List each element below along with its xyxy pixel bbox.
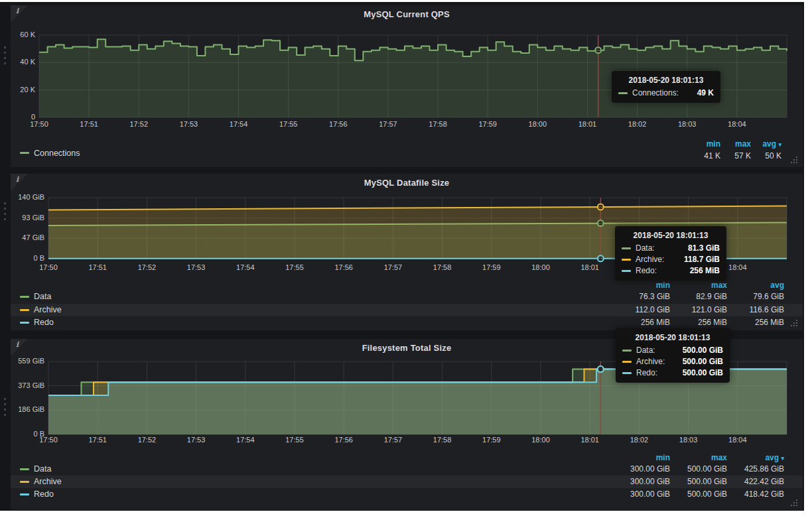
legend-item-data[interactable]: Data (20, 463, 51, 476)
y-tick-label: 47 GiB (11, 233, 44, 241)
stats-values: 256 MiB256 MiB256 MiB (613, 316, 784, 329)
series-color-dash (618, 92, 628, 94)
tooltip-timestamp: 2018-05-20 18:01:13 (622, 333, 723, 342)
panel-resize-handle[interactable] (796, 325, 797, 326)
stat-header-max[interactable]: max (720, 139, 751, 149)
x-tick-label: 17:51 (82, 436, 113, 444)
legend-row-data: Data 76.3 GiB82.9 GiB79.6 GiB (11, 291, 803, 303)
tooltip-value: 49 K (689, 88, 714, 98)
series-color-dash (622, 350, 632, 352)
tooltip-value: 500.00 GiB (675, 357, 723, 366)
stat-min-value: 256 MiB (613, 316, 670, 329)
tooltip-value: 500.00 GiB (675, 346, 723, 355)
x-tick-label: 17:59 (476, 436, 508, 444)
x-tick-label: 18:01 (574, 263, 606, 271)
tooltip-value: 256 MiB (682, 266, 720, 275)
stat-header-max[interactable]: max (670, 452, 727, 463)
stat-header-min[interactable]: min (613, 452, 670, 463)
series-color-dash (20, 322, 29, 324)
tooltip-series-label: Data: (636, 346, 655, 355)
stat-max-value: 82.9 GiB (670, 291, 727, 303)
stats-header-row: minmaxavg ▾ (690, 138, 781, 150)
tooltip-row: Redo: 256 MiB (622, 266, 720, 275)
x-tick-label: 17:50 (33, 263, 64, 271)
stat-max-value: 500.00 GiB (670, 476, 727, 488)
stats-header-row: minmaxavg ▾ (613, 452, 784, 462)
legend-item-connections[interactable]: Connections (20, 148, 80, 158)
legend-label: Redo (34, 488, 54, 501)
legend-item-data[interactable]: Data (20, 291, 51, 303)
tooltip-series-label: Redo: (636, 266, 657, 275)
panel-drag-handle[interactable] (4, 46, 6, 48)
x-tick-label: 17:56 (328, 436, 360, 444)
sort-caret-icon: ▾ (781, 455, 784, 462)
x-tick-label: 17:55 (279, 436, 310, 444)
x-tick-label: 17:53 (172, 120, 204, 128)
x-tick-label: 18:01 (574, 436, 606, 444)
stat-header-avg[interactable]: avg (727, 280, 784, 291)
stat-header-min[interactable]: min (690, 139, 720, 149)
chart-tooltip-datafile: 2018-05-20 18:01:13 Data: 81.3 GiB Archi… (615, 226, 726, 281)
tooltip-row: Data: 500.00 GiB (622, 346, 723, 355)
x-tick-label: 17:50 (23, 120, 55, 128)
x-tick-label: 17:53 (180, 263, 212, 271)
sort-caret-icon: ▾ (778, 141, 781, 148)
y-tick-label: 373 GiB (11, 381, 44, 389)
legend-item-redo[interactable]: Redo (20, 316, 54, 329)
stat-header-min[interactable]: min (613, 280, 670, 291)
panel-resize-handle[interactable] (796, 505, 797, 506)
x-tick-label: 17:54 (223, 120, 255, 128)
stat-max-value: 121.0 GiB (670, 304, 727, 316)
stat-header-avg[interactable]: avg ▾ (727, 452, 784, 464)
stat-avg-value: 256 MiB (727, 316, 784, 329)
series-color-dash (20, 296, 29, 298)
x-tick-label: 17:53 (180, 436, 212, 444)
legend-row-redo: Redo 256 MiB256 MiB256 MiB (11, 316, 803, 329)
y-tick-label: 93 GiB (11, 214, 44, 222)
legend-item-redo[interactable]: Redo (20, 488, 54, 501)
tooltip-value: 118.7 GiB (676, 255, 720, 264)
x-tick-label: 17:56 (322, 120, 354, 128)
tooltip-value: 500.00 GiB (675, 368, 723, 377)
legend-label: Redo (34, 316, 54, 329)
stat-min-value: 300.00 GiB (613, 488, 670, 501)
panel-drag-handle[interactable] (4, 398, 6, 400)
y-tick-label: 20 K (2, 86, 35, 94)
x-tick-label: 17:59 (476, 263, 508, 271)
stat-avg-value: 425.86 GiB (727, 463, 784, 476)
stat-header-avg[interactable]: avg ▾ (751, 139, 781, 150)
series-color-dash (622, 361, 632, 363)
x-tick-label: 17:57 (372, 120, 404, 128)
x-tick-label: 17:55 (273, 120, 304, 128)
stat-header-max[interactable]: max (670, 280, 727, 291)
x-tick-label: 18:00 (521, 120, 553, 128)
y-tick-label: 60 K (2, 31, 35, 38)
tooltip-timestamp: 2018-05-20 18:01:13 (622, 231, 720, 240)
panel-title[interactable]: MySQL Datafile Size (11, 178, 803, 188)
y-tick-label: 559 GiB (11, 357, 44, 365)
tooltip-row: Redo: 500.00 GiB (622, 368, 723, 377)
x-tick-label: 17:52 (131, 263, 163, 271)
stat-avg-value: 79.6 GiB (727, 291, 784, 303)
panel-drag-handle[interactable] (4, 202, 6, 204)
y-tick-label: 140 GiB (11, 193, 44, 201)
legend-item-archive[interactable]: Archive (20, 304, 62, 316)
x-tick-label: 17:58 (427, 436, 458, 444)
stat-max-value: 256 MiB (670, 316, 727, 329)
y-tick-label: 186 GiB (11, 405, 44, 413)
panel-resize-handle[interactable] (796, 162, 797, 163)
stat-min-value: 41 K (690, 151, 720, 161)
legend-item-archive[interactable]: Archive (20, 476, 62, 488)
x-tick-label: 17:54 (230, 436, 261, 444)
panel-title[interactable]: MySQL Current QPS (11, 9, 803, 19)
legend-label: Archive (34, 304, 62, 316)
stat-min-value: 300.00 GiB (613, 463, 670, 476)
stat-max-value: 500.00 GiB (670, 488, 727, 501)
tooltip-series-label: Data: (636, 243, 655, 253)
x-tick-label: 17:51 (73, 120, 105, 128)
tooltip-row: Archive: 118.7 GiB (622, 255, 720, 264)
tooltip-series-label: Archive: (636, 357, 665, 366)
stats-value-row: 41 K57 K50 K (690, 150, 781, 161)
x-tick-label: 17:52 (131, 436, 163, 444)
series-color-dash (622, 259, 631, 261)
